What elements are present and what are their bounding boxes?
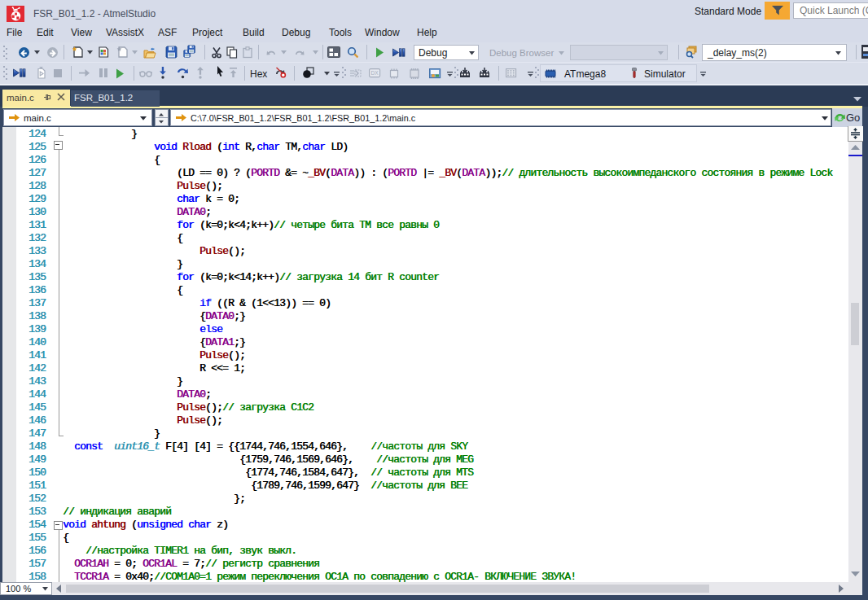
svg-text:DX: DX <box>370 70 379 76</box>
